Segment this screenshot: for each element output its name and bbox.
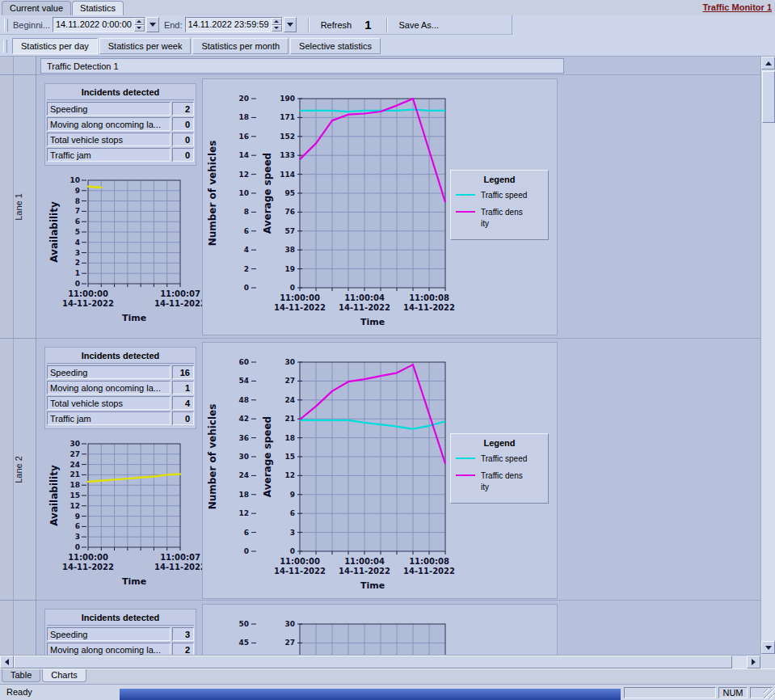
stat-button-statistics-per-day[interactable]: Statistics per day <box>12 38 98 54</box>
svg-text:Average speed: Average speed <box>262 416 273 497</box>
scroll-up-button[interactable] <box>761 57 775 70</box>
legend-entry-label: Traffic density <box>481 207 523 230</box>
begin-label: Beginni... <box>13 20 50 30</box>
availability-chart-svg: 01234567891011:00:0014-11-202211:00:0714… <box>46 171 216 326</box>
svg-text:14-11-2022: 14-11-2022 <box>403 303 455 312</box>
end-date-input[interactable]: 14.11.2022 23:59:59 <box>185 17 283 32</box>
tab-current-value[interactable]: Current value <box>2 1 71 15</box>
horizontal-scrollbar[interactable] <box>0 655 760 668</box>
incident-row: Moving along oncoming la...2 <box>47 643 194 655</box>
incident-row: Traffic jam0 <box>47 411 194 425</box>
svg-text:30: 30 <box>284 620 295 628</box>
svg-text:19: 19 <box>284 265 295 273</box>
incidents-panel: Incidents detectedSpeeding3Moving along … <box>44 609 196 655</box>
spin-down-icon[interactable] <box>272 25 282 32</box>
begin-date-value: 14.11.2022 0:00:00 <box>53 18 134 32</box>
svg-text:11:00:08: 11:00:08 <box>409 293 449 302</box>
toolbar-grip[interactable] <box>3 40 7 53</box>
svg-text:4: 4 <box>244 246 249 254</box>
refresh-button[interactable]: Refresh <box>316 19 357 32</box>
svg-text:76: 76 <box>284 208 295 216</box>
svg-text:24: 24 <box>284 396 295 404</box>
svg-text:18: 18 <box>69 481 80 489</box>
availability-chart-svg: 03691215182124273011:00:0014-11-202211:0… <box>46 434 216 589</box>
incident-value: 16 <box>172 365 194 379</box>
incidents-title: Incidents detected <box>47 611 194 626</box>
statistics-buttons: Statistics per dayStatistics per weekSta… <box>12 38 382 54</box>
svg-text:0: 0 <box>244 547 249 555</box>
svg-text:60: 60 <box>238 358 249 366</box>
begin-date-spinner[interactable] <box>134 18 145 32</box>
svg-text:11:00:00: 11:00:00 <box>280 557 320 566</box>
incident-label: Moving along oncoming la... <box>47 381 171 394</box>
end-date-spinner[interactable] <box>272 18 282 32</box>
toolbar-separator <box>308 18 310 32</box>
stat-button-statistics-per-week[interactable]: Statistics per week <box>99 38 192 54</box>
bottom-tabs: TableCharts <box>2 669 86 682</box>
svg-text:14-11-2022: 14-11-2022 <box>403 567 455 576</box>
scroll-left-button[interactable] <box>0 656 14 668</box>
incident-row: Speeding3 <box>47 627 194 641</box>
begin-date-input[interactable]: 14.11.2022 0:00:00 <box>53 17 145 32</box>
incident-row: Speeding16 <box>47 365 194 379</box>
series-availability <box>88 187 101 188</box>
svg-text:0: 0 <box>75 543 80 551</box>
legend-line-sample <box>456 458 475 459</box>
svg-text:Availability: Availability <box>48 201 60 263</box>
lane-sections: Incidents detectedSpeeding2Moving along … <box>36 74 760 655</box>
legend-line-sample <box>456 474 475 476</box>
tab-statistics[interactable]: Statistics <box>72 1 124 15</box>
availability-chart: 03691215182124273011:00:0014-11-202211:0… <box>46 434 216 589</box>
svg-text:27: 27 <box>284 377 295 385</box>
toolbar-grip[interactable] <box>4 19 8 32</box>
stat-button-selective-statistics[interactable]: Selective statistics <box>290 38 381 54</box>
svg-text:42: 42 <box>238 415 249 423</box>
arrow-down-icon <box>765 646 772 650</box>
svg-text:11:00:07: 11:00:07 <box>160 553 200 562</box>
incidents-panel: Incidents detectedSpeeding16Moving along… <box>44 347 196 429</box>
horizontal-scroll-thumb[interactable] <box>14 656 732 668</box>
spin-down-icon[interactable] <box>134 25 145 32</box>
svg-text:0: 0 <box>290 284 295 292</box>
begin-date-dropdown[interactable] <box>146 17 159 32</box>
bottom-tab-charts[interactable]: Charts <box>42 669 86 682</box>
end-date-dropdown[interactable] <box>284 17 297 32</box>
svg-text:20: 20 <box>238 95 249 103</box>
incident-label: Speeding <box>47 102 171 116</box>
legend-entry: Traffic speed <box>456 190 543 201</box>
bottom-tab-table[interactable]: Table <box>2 669 40 682</box>
incident-value: 3 <box>172 627 194 641</box>
status-blue-strip <box>120 689 621 700</box>
svg-text:11:00:07: 11:00:07 <box>160 289 200 298</box>
arrow-left-icon <box>5 659 9 665</box>
chevron-down-icon <box>287 23 293 27</box>
toolbar: Beginni... 14.11.2022 0:00:00 End: 14.11… <box>0 15 775 36</box>
legend: LegendTraffic speedTraffic density <box>450 433 549 504</box>
spin-up-icon[interactable] <box>272 18 282 25</box>
incidents-title: Incidents detected <box>47 86 194 100</box>
top-tab-bar: Current valueStatistics Traffic Monitor … <box>0 0 775 16</box>
toolbar-inner: Beginni... 14.11.2022 0:00:00 End: 14.11… <box>0 15 512 35</box>
svg-text:38: 38 <box>284 246 295 254</box>
resize-grip-icon[interactable] <box>764 689 774 699</box>
lane-gutter-cell: Lane 2 <box>0 338 36 600</box>
vertical-scroll-thumb[interactable] <box>762 71 775 123</box>
incident-label: Total vehicle stops <box>47 396 171 410</box>
svg-text:16: 16 <box>238 133 249 141</box>
svg-text:24: 24 <box>69 461 80 469</box>
chevron-down-icon <box>150 23 156 27</box>
svg-text:21: 21 <box>284 415 295 423</box>
incident-value: 2 <box>172 643 194 655</box>
svg-text:6: 6 <box>290 509 295 517</box>
scroll-down-button[interactable] <box>761 641 775 654</box>
save-as-button[interactable]: Save As... <box>394 19 444 32</box>
scroll-right-button[interactable] <box>747 656 760 668</box>
svg-text:152: 152 <box>280 133 295 141</box>
window-title-link[interactable]: Traffic Monitor 1 <box>702 2 772 12</box>
spin-up-icon[interactable] <box>134 18 145 25</box>
arrow-up-icon <box>765 61 772 65</box>
vertical-scrollbar[interactable] <box>760 57 775 655</box>
stat-button-statistics-per-month[interactable]: Statistics per month <box>192 38 289 54</box>
status-bar: Ready NUM <box>0 684 775 700</box>
svg-text:8: 8 <box>75 197 80 205</box>
